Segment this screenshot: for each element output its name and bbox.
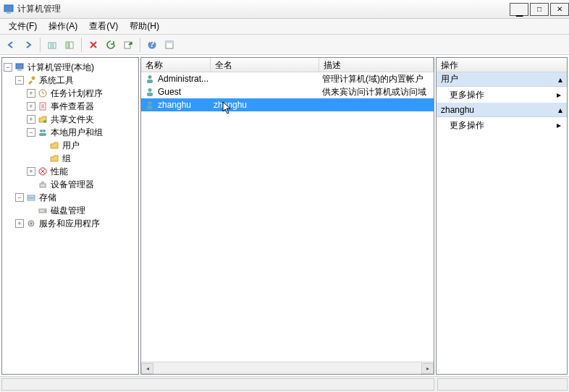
expand-icon[interactable]: + — [27, 89, 35, 98]
device-manager-icon — [37, 179, 49, 190]
user-icon — [144, 73, 156, 85]
tree-performance[interactable]: + 性能 — [4, 165, 137, 178]
computer-management-icon — [14, 61, 25, 73]
tree-storage[interactable]: − 存储 — [4, 191, 137, 204]
export-button[interactable] — [120, 37, 136, 53]
svg-rect-0 — [4, 5, 13, 12]
tree: − 计算机管理(本地) − 系统工具 + 任务计划程序 + 事件查看器 + — [2, 58, 138, 374]
chevron-right-icon: ▸ — [557, 120, 561, 130]
tree-device-manager[interactable]: 设备管理器 — [4, 178, 137, 191]
list-header: 名称 全名 描述 — [141, 58, 434, 72]
column-name[interactable]: 名称 — [141, 58, 211, 72]
action-label: 更多操作 — [450, 89, 484, 101]
spacer — [27, 180, 35, 189]
services-icon — [25, 218, 37, 229]
spacer — [38, 141, 47, 150]
close-button[interactable]: ✕ — [550, 3, 569, 16]
show-hide-tree-button[interactable] — [62, 37, 77, 53]
collapse-icon[interactable]: − — [15, 76, 24, 85]
expand-icon[interactable]: + — [27, 115, 35, 124]
tree-services-apps[interactable]: + 服务和应用程序 — [4, 217, 137, 230]
cell-description: 供来宾访问计算机或访问域 — [319, 86, 434, 98]
expand-icon[interactable]: + — [27, 167, 35, 176]
cell-name: Guest — [158, 87, 181, 97]
svg-rect-9 — [166, 41, 173, 43]
properties-button[interactable] — [161, 37, 177, 53]
table-row[interactable]: Guest供来宾访问计算机或访问域 — [141, 85, 434, 98]
toolbar-separator — [140, 38, 140, 52]
action-group-users[interactable]: 用户 ▴ — [437, 72, 567, 87]
collapse-icon[interactable]: − — [27, 128, 35, 137]
maximize-button[interactable]: □ — [530, 3, 549, 16]
clock-icon — [37, 88, 49, 99]
column-fullname[interactable]: 全名 — [211, 58, 319, 72]
disk-icon — [37, 205, 49, 216]
main-area: − 计算机管理(本地) − 系统工具 + 任务计划程序 + 事件查看器 + — [0, 55, 569, 376]
chevron-up-icon: ▴ — [558, 105, 562, 115]
storage-icon — [25, 192, 37, 203]
action-more-users[interactable]: 更多操作 ▸ — [437, 87, 567, 103]
expand-icon[interactable]: + — [27, 102, 35, 111]
scroll-right-button[interactable]: ▸ — [421, 363, 434, 374]
title-bar: 计算机管理 ▁ □ ✕ — [0, 0, 569, 19]
content-panel: 名称 全名 描述 Administrat...管理计算机(域)的内置帐户Gues… — [140, 57, 434, 375]
svg-rect-21 — [41, 182, 44, 184]
tools-icon — [25, 74, 37, 86]
status-bar — [0, 376, 569, 392]
delete-button[interactable] — [85, 37, 101, 53]
action-panel-title: 操作 — [437, 58, 567, 72]
tree-label: 计算机管理(本地) — [28, 61, 94, 74]
app-icon — [3, 4, 14, 15]
svg-rect-18 — [39, 133, 46, 136]
tree-shared-folders[interactable]: + 共享文件夹 — [4, 113, 137, 126]
svg-rect-23 — [28, 198, 35, 200]
cell-description: 管理计算机(域)的内置帐户 — [319, 73, 434, 85]
menu-file[interactable]: 文件(F) — [4, 19, 41, 34]
help-button[interactable]: ? — [144, 37, 160, 53]
forward-button[interactable] — [20, 37, 36, 53]
tree-system-tools[interactable]: − 系统工具 — [4, 74, 137, 87]
menu-action[interactable]: 操作(A) — [44, 19, 82, 34]
tree-label: 服务和应用程序 — [39, 218, 100, 230]
svg-point-32 — [148, 101, 152, 105]
table-row[interactable]: zhanghuzhanghu — [141, 98, 434, 111]
tree-task-scheduler[interactable]: + 任务计划程序 — [4, 87, 137, 100]
menu-help[interactable]: 帮助(H) — [125, 19, 164, 34]
back-button[interactable] — [3, 37, 19, 53]
refresh-button[interactable] — [103, 37, 119, 53]
toolbar-separator — [81, 38, 82, 52]
svg-rect-5 — [125, 42, 130, 48]
tree-label: 设备管理器 — [51, 179, 94, 191]
svg-rect-10 — [16, 64, 23, 69]
scroll-left-button[interactable]: ◂ — [141, 363, 153, 374]
minimize-button[interactable]: ▁ — [510, 3, 528, 16]
action-more-zhanghu[interactable]: 更多操作 ▸ — [437, 117, 567, 133]
up-button[interactable] — [44, 37, 60, 53]
tree-root[interactable]: − 计算机管理(本地) — [4, 61, 137, 74]
tree-label: 事件查看器 — [51, 101, 94, 113]
tree-users[interactable]: 用户 — [4, 139, 137, 152]
svg-rect-20 — [40, 184, 46, 187]
tree-disk-management[interactable]: 磁盘管理 — [4, 204, 137, 217]
expand-icon[interactable]: + — [15, 219, 24, 228]
spacer — [38, 154, 47, 163]
horizontal-scrollbar[interactable]: ◂ ▸ — [141, 362, 434, 374]
table-row[interactable]: Administrat...管理计算机(域)的内置帐户 — [141, 72, 434, 85]
column-description[interactable]: 描述 — [319, 58, 434, 72]
svg-point-17 — [43, 129, 46, 132]
svg-rect-1 — [7, 12, 11, 14]
user-icon — [144, 86, 156, 98]
action-panel: 操作 用户 ▴ 更多操作 ▸ zhanghu ▴ 更多操作 ▸ — [436, 57, 568, 375]
tree-panel: − 计算机管理(本地) − 系统工具 + 任务计划程序 + 事件查看器 + — [1, 57, 139, 375]
svg-point-25 — [44, 210, 46, 212]
collapse-icon[interactable]: − — [15, 193, 24, 202]
collapse-icon[interactable]: − — [4, 63, 12, 72]
menu-view[interactable]: 查看(V) — [85, 19, 122, 34]
tree-groups[interactable]: 组 — [4, 152, 137, 165]
svg-point-28 — [148, 75, 152, 79]
tree-event-viewer[interactable]: + 事件查看器 — [4, 100, 137, 113]
action-group-zhanghu[interactable]: zhanghu ▴ — [437, 103, 567, 117]
svg-point-30 — [148, 88, 152, 92]
tree-local-users-groups[interactable]: − 本地用户和组 — [4, 126, 137, 139]
cell-fullname: zhanghu — [211, 100, 319, 110]
